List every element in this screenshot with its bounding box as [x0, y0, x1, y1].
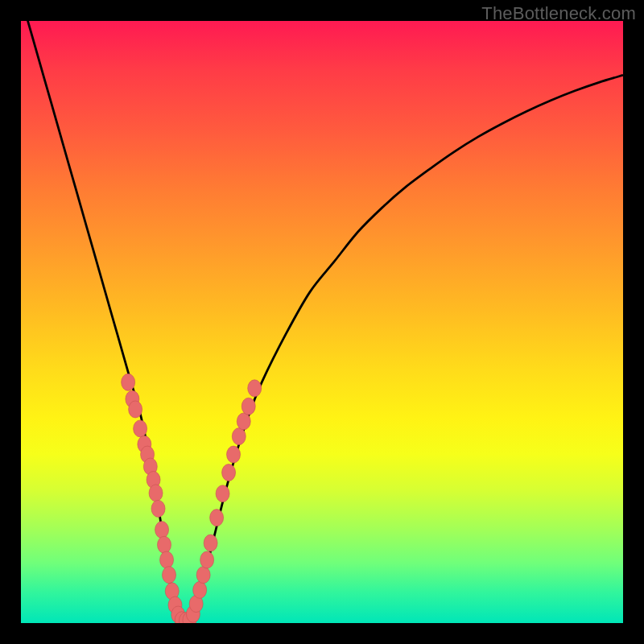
data-dot — [204, 535, 217, 551]
data-dot — [158, 536, 171, 553]
data-dot — [210, 510, 224, 526]
data-dot — [222, 464, 236, 481]
data-dot — [122, 374, 135, 390]
data-dot — [163, 567, 176, 584]
plot-area — [21, 21, 623, 623]
watermark-text: TheBottleneck.com — [481, 3, 636, 24]
data-dot — [248, 380, 262, 397]
data-dot — [232, 428, 246, 445]
bottleneck-curve — [21, 21, 623, 621]
data-dot — [193, 581, 207, 598]
data-dots — [122, 374, 262, 623]
chart-svg — [21, 21, 623, 623]
chart-container: TheBottleneck.com — [0, 0, 644, 644]
data-dot — [242, 398, 255, 415]
data-dot — [129, 401, 142, 418]
data-dot — [227, 446, 241, 463]
data-dot — [155, 522, 169, 539]
data-dot — [216, 485, 229, 502]
data-dot — [200, 551, 214, 568]
data-dot — [160, 551, 174, 568]
data-dot — [149, 485, 163, 502]
data-dot — [134, 420, 147, 437]
data-dot — [237, 413, 250, 430]
data-dot — [196, 567, 210, 584]
data-dot — [151, 500, 165, 517]
